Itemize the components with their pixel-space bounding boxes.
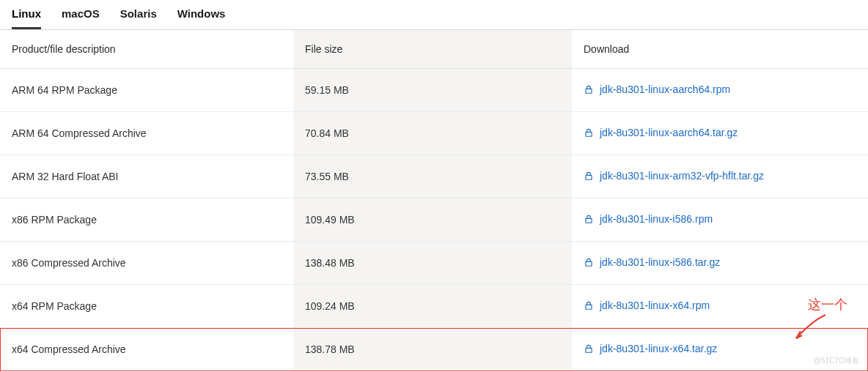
lock-icon bbox=[584, 127, 594, 138]
download-link[interactable]: jdk-8u301-linux-aarch64.tar.gz bbox=[584, 127, 738, 138]
download-link[interactable]: jdk-8u301-linux-x64.rpm bbox=[584, 300, 710, 311]
cell-download: jdk-8u301-linux-arm32-vfp-hflt.tar.gz bbox=[572, 155, 868, 198]
cell-description: ARM 32 Hard Float ABI bbox=[0, 155, 293, 198]
annotation-arrow-icon bbox=[790, 313, 827, 343]
cell-description: ARM 64 RPM Package bbox=[0, 69, 293, 112]
cell-file-size: 70.84 MB bbox=[293, 112, 572, 155]
os-tabs: Linux macOS Solaris Windows bbox=[0, 0, 868, 30]
header-file-size: File size bbox=[293, 30, 572, 69]
table-row: ARM 64 Compressed Archive70.84 MBjdk-8u3… bbox=[0, 112, 868, 155]
cell-download: jdk-8u301-linux-i586.tar.gz bbox=[572, 242, 868, 285]
cell-file-size: 138.48 MB bbox=[293, 242, 572, 285]
download-filename: jdk-8u301-linux-arm32-vfp-hflt.tar.gz bbox=[600, 170, 764, 182]
table-header-row: Product/file description File size Downl… bbox=[0, 30, 868, 69]
table-row: x86 RPM Package109.49 MBjdk-8u301-linux-… bbox=[0, 198, 868, 242]
tab-windows[interactable]: Windows bbox=[177, 7, 226, 29]
cell-download: jdk-8u301-linux-aarch64.tar.gz bbox=[572, 112, 868, 155]
cell-file-size: 109.24 MB bbox=[293, 285, 572, 328]
svg-rect-4 bbox=[586, 261, 592, 266]
download-link[interactable]: jdk-8u301-linux-aarch64.rpm bbox=[584, 83, 730, 95]
tab-macos[interactable]: macOS bbox=[62, 7, 100, 29]
cell-file-size: 59.15 MB bbox=[293, 69, 572, 112]
table-row: x86 Compressed Archive138.48 MBjdk-8u301… bbox=[0, 242, 868, 285]
table-row: ARM 64 RPM Package59.15 MBjdk-8u301-linu… bbox=[0, 69, 868, 112]
header-download: Download bbox=[572, 30, 868, 69]
tab-solaris[interactable]: Solaris bbox=[120, 7, 157, 29]
download-filename: jdk-8u301-linux-aarch64.rpm bbox=[600, 83, 730, 95]
lock-icon bbox=[584, 171, 594, 181]
lock-icon bbox=[584, 257, 594, 267]
cell-description: x64 RPM Package bbox=[0, 285, 293, 328]
download-filename: jdk-8u301-linux-aarch64.tar.gz bbox=[600, 127, 738, 138]
tab-linux[interactable]: Linux bbox=[12, 7, 41, 29]
download-filename: jdk-8u301-linux-i586.rpm bbox=[600, 213, 713, 225]
download-filename: jdk-8u301-linux-i586.tar.gz bbox=[600, 256, 720, 268]
download-link[interactable]: jdk-8u301-linux-i586.tar.gz bbox=[584, 256, 720, 268]
lock-icon bbox=[584, 300, 594, 310]
lock-icon bbox=[584, 343, 594, 354]
cell-description: x64 Compressed Archive bbox=[0, 328, 293, 371]
cell-description: x86 RPM Package bbox=[0, 198, 293, 242]
table-row: x64 RPM Package109.24 MBjdk-8u301-linux-… bbox=[0, 285, 868, 328]
download-filename: jdk-8u301-linux-x64.rpm bbox=[600, 300, 710, 311]
watermark: @51CTO博客 bbox=[814, 356, 859, 366]
svg-rect-0 bbox=[586, 89, 592, 93]
lock-icon bbox=[584, 214, 594, 224]
cell-file-size: 138.78 MB bbox=[293, 328, 572, 371]
cell-file-size: 73.55 MB bbox=[293, 155, 572, 198]
annotation-text: 这一个 bbox=[808, 296, 847, 313]
cell-description: ARM 64 Compressed Archive bbox=[0, 112, 293, 155]
table-row: ARM 32 Hard Float ABI73.55 MBjdk-8u301-l… bbox=[0, 155, 868, 198]
download-link[interactable]: jdk-8u301-linux-x64.tar.gz bbox=[584, 343, 717, 354]
lock-icon bbox=[584, 84, 594, 94]
cell-file-size: 109.49 MB bbox=[293, 198, 572, 242]
download-link[interactable]: jdk-8u301-linux-i586.rpm bbox=[584, 213, 713, 225]
svg-rect-6 bbox=[586, 348, 592, 352]
download-link[interactable]: jdk-8u301-linux-arm32-vfp-hflt.tar.gz bbox=[584, 170, 764, 182]
header-description: Product/file description bbox=[0, 30, 293, 69]
table-row: x64 Compressed Archive138.78 MBjdk-8u301… bbox=[0, 328, 868, 371]
cell-download: jdk-8u301-linux-i586.rpm bbox=[572, 198, 868, 242]
downloads-table: Product/file description File size Downl… bbox=[0, 30, 868, 371]
svg-rect-1 bbox=[586, 132, 592, 136]
svg-rect-2 bbox=[586, 175, 592, 179]
svg-rect-5 bbox=[586, 305, 592, 309]
cell-download: jdk-8u301-linux-aarch64.rpm bbox=[572, 69, 868, 112]
cell-description: x86 Compressed Archive bbox=[0, 242, 293, 285]
svg-rect-3 bbox=[586, 218, 592, 223]
download-filename: jdk-8u301-linux-x64.tar.gz bbox=[600, 343, 717, 354]
